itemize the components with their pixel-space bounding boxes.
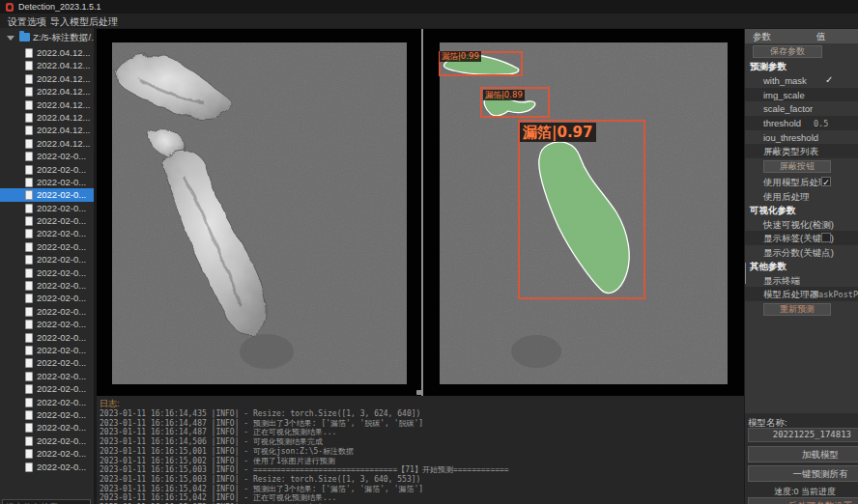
model-post-processor-value[interactable]: MaskPostPro <box>814 290 858 299</box>
chevron-down-icon[interactable] <box>7 36 14 41</box>
param-row-with-mask[interactable]: with_mask ✓ <box>745 73 858 88</box>
tree-item[interactable]: 2022-02-0... <box>0 447 94 460</box>
param-row-fast-vis[interactable]: 快速可视化(检测) <box>745 217 858 232</box>
tree-item[interactable]: 2022.04.12... <box>0 98 94 111</box>
tree-item[interactable]: 2022.04.12... <box>0 124 94 136</box>
tree-item[interactable]: 2022-02-0... <box>0 214 94 227</box>
tree-item[interactable]: 2022-02-0... <box>0 396 94 408</box>
image-viewer-original[interactable] <box>97 29 421 396</box>
tree-item[interactable]: 2022-02-0... <box>0 434 94 447</box>
detection-label: 漏箔|0.99 <box>440 51 481 62</box>
tree-item[interactable]: 2022-02-0... <box>0 292 94 304</box>
file-icon <box>25 204 33 213</box>
param-row-use-post[interactable]: 使用后处理 <box>745 189 858 204</box>
mask-types-button[interactable]: 屏蔽按钮 <box>763 160 831 173</box>
tree-item-label: 2022.04.12... <box>37 72 90 85</box>
file-icon <box>25 449 33 459</box>
scrollbar-thumb[interactable] <box>745 263 746 284</box>
predict-all-button[interactable]: 一键预测所有 <box>748 465 858 482</box>
log-line: 2023-01-11 16:16:15,002 |INFO| - 使用了1张图片… <box>100 457 741 466</box>
model-name-field[interactable]: 20221225_174813 <box>748 428 858 442</box>
param-row-iou-threshold[interactable]: iou_threshold <box>745 130 858 145</box>
param-row-use-model-post[interactable]: 使用模型后处理 ✓ <box>745 175 858 189</box>
file-icon <box>25 372 33 381</box>
param-row-model-post-processor[interactable]: 模型后处理器 MaskPostPro <box>745 287 858 301</box>
repredict-button[interactable]: 重新预测 <box>763 303 831 316</box>
checkbox-unchecked-icon[interactable] <box>821 233 831 242</box>
tree-item-label: 2022-02-0... <box>37 227 86 239</box>
tree-item[interactable]: 2022-02-0... <box>0 253 94 266</box>
checkbox-checked-icon[interactable]: ✓ <box>821 177 831 186</box>
tree-item-label: 2022.04.12... <box>37 85 90 98</box>
tree-root-label: Z:/5-标注数据/... <box>33 32 94 44</box>
tree-item-label: 2022-02-0... <box>37 253 86 266</box>
tree-root[interactable]: Z:/5-标注数据/... <box>0 31 94 45</box>
save-params-button[interactable]: 保存参数 <box>753 45 822 58</box>
file-icon <box>25 100 33 110</box>
tree-item-label: 2022-02-0... <box>37 163 86 176</box>
log-panel[interactable]: 日志: 2023-01-11 16:16:14,435 |INFO| - Res… <box>97 396 744 504</box>
log-line-list: 2023-01-11 16:16:14,435 |INFO| - Resize:… <box>100 409 741 504</box>
log-line: 2023-01-11 16:16:15,042 |INFO| - 预测出了3个结… <box>100 485 741 494</box>
check-icon[interactable]: ✓ <box>825 74 833 85</box>
tree-item-label: 2022-02-0... <box>37 279 86 292</box>
tree-item[interactable]: 2022-02-0... <box>0 202 94 214</box>
file-icon <box>25 74 33 84</box>
image-viewer-prediction[interactable]: 漏箔|0.99 漏箔|0.89 漏箔|0.97 <box>423 29 744 396</box>
file-icon <box>25 436 33 446</box>
tree-item[interactable]: 2022-02-0... <box>0 227 94 239</box>
tree-item[interactable]: 2022-02-0... <box>0 266 94 279</box>
file-icon <box>25 358 33 368</box>
param-row-threshold[interactable]: threshold 0.5 <box>745 116 858 130</box>
post-params-button[interactable]: 后处理参数设置 <box>748 497 858 504</box>
param-row-img-scale[interactable]: img_scale <box>745 88 858 102</box>
file-tree-panel: Z:/5-标注数据/... 2022.04.12... 2022.04.12..… <box>0 28 94 504</box>
tree-item[interactable]: 2022-02-0... <box>0 461 94 473</box>
file-icon <box>25 87 33 97</box>
tree-item-label: 2022-02-0... <box>37 447 86 460</box>
param-row-show-terminal[interactable]: 显示终端 <box>745 273 858 288</box>
log-line: 2023-01-11 16:16:15,001 |INFO| - 可视化json… <box>100 447 741 457</box>
tree-item[interactable]: 2022.04.12... <box>0 111 94 124</box>
tree-item[interactable]: 2022-02-0... <box>0 150 94 162</box>
tree-item[interactable]: 2022-02-0... <box>0 331 94 344</box>
threshold-value[interactable]: 0.5 <box>814 119 828 128</box>
tree-item-list: 2022.04.12... 2022.04.12... 2022.04.12..… <box>0 46 94 497</box>
load-model-button[interactable]: 加载模型 <box>748 446 858 462</box>
file-icon <box>25 255 33 265</box>
params-header: 参数 值 <box>745 29 858 43</box>
tree-item[interactable]: 2022.04.12... <box>0 46 94 59</box>
params-panel: 参数 值 保存参数 预测参数 with_mask ✓ img_scale sca… <box>745 29 858 413</box>
tree-item-label: 2022-02-0... <box>37 240 86 253</box>
tree-item[interactable]: 2022-02-0... <box>0 163 94 176</box>
log-line: 2023-01-11 16:16:14,487 |INFO| - 正在可视化预测… <box>100 428 741 437</box>
tree-item[interactable]: 2022-02-0... <box>0 356 94 369</box>
tree-item[interactable]: 2022-02-0... <box>0 279 94 292</box>
file-icon <box>25 398 33 407</box>
tree-item-label: 2022-02-0... <box>37 421 86 434</box>
tree-item[interactable]: 2022-02-0... <box>0 370 94 382</box>
param-row-show-score[interactable]: 显示分数(关键点) <box>745 245 858 260</box>
file-icon <box>25 307 33 317</box>
tree-item[interactable]: 2022-02-0... <box>0 382 94 395</box>
tree-item[interactable]: 2022-02-0... <box>0 408 94 421</box>
tree-item[interactable]: 2022.04.12... <box>0 137 94 150</box>
search-input[interactable] <box>2 499 91 504</box>
tree-item[interactable]: 2022-02-0... <box>0 421 94 434</box>
tree-item[interactable]: 2022-02-0... <box>0 344 94 356</box>
param-row-mask-type-list[interactable]: 屏蔽类型列表 <box>745 144 858 158</box>
tree-item[interactable]: 2022.04.12... <box>0 59 94 71</box>
tree-item[interactable]: 2022-02-0... <box>0 318 94 330</box>
tree-item-label: 2022-02-0... <box>37 344 86 356</box>
file-icon <box>25 410 33 420</box>
tree-item[interactable]: 2022-02-0... <box>0 176 94 188</box>
tree-item[interactable]: 2022.04.12... <box>0 72 94 85</box>
tree-item-label: 2022-02-0... <box>37 356 86 369</box>
tree-item[interactable]: 2022.04.12... <box>0 85 94 98</box>
param-row-scale-factor[interactable]: scale_factor <box>745 101 858 116</box>
tree-item[interactable]: 2022-02-0... <box>0 240 94 253</box>
param-row-show-label[interactable]: 显示标签(关键点) <box>745 231 858 245</box>
tree-item[interactable]: 2022-02-0... <box>0 305 94 318</box>
tree-item[interactable]: 2022-02-0... <box>0 188 94 201</box>
log-line: 2023-01-11 16:16:14,506 |INFO| - 可视化预测结果… <box>100 437 741 447</box>
